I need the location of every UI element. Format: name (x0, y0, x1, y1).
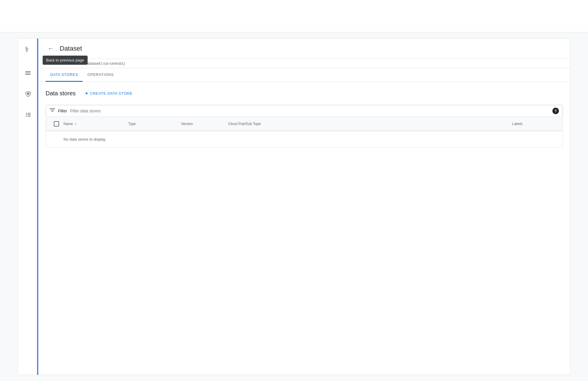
filter-bar: Filter ? (46, 105, 563, 117)
tab-operations[interactable]: OPERATIONS (83, 68, 118, 82)
sidebar: ⚕ (18, 39, 39, 375)
sidebar-active-indicator (37, 39, 38, 375)
section-header: Data stores + CREATE DATA STORE (46, 88, 563, 99)
filter-icon (50, 108, 55, 114)
back-button[interactable]: ← Back to previous page (46, 43, 56, 54)
create-button-label: CREATE DATA STORE (90, 91, 132, 96)
header-bar: ← Back to previous page Dataset (39, 39, 570, 59)
sidebar-item-tasks[interactable] (23, 109, 34, 122)
svg-point-6 (25, 74, 26, 75)
tabs-bar: DATA STORES OPERATIONS (39, 68, 570, 82)
col-header-labels[interactable]: Labels (512, 122, 559, 126)
content-area: ← Back to previous page Dataset Data set… (39, 39, 570, 375)
svg-point-5 (25, 73, 26, 74)
svg-rect-2 (26, 73, 31, 73)
create-plus-icon: + (85, 90, 88, 97)
svg-rect-14 (28, 116, 31, 117)
breadcrumb-separator: / (65, 61, 66, 66)
help-icon[interactable]: ? (552, 108, 559, 114)
col-header-name[interactable]: Name ↑ (64, 122, 128, 126)
svg-rect-17 (51, 111, 53, 112)
filter-input[interactable] (70, 109, 559, 113)
empty-table-message: No data stores to display (46, 131, 563, 147)
app-logo[interactable]: ⚕ (24, 44, 33, 56)
sort-icon: ↑ (75, 122, 77, 126)
section-title: Data stores (46, 90, 76, 97)
svg-rect-10 (28, 113, 31, 114)
col-header-pubsub[interactable]: Cloud Pub/Sub Topic (228, 122, 512, 126)
data-stores-table-container: Filter ? Name ↑ Typ (46, 105, 563, 148)
create-data-store-button[interactable]: + CREATE DATA STORE (81, 88, 136, 99)
col-header-type[interactable]: Type (128, 122, 181, 126)
filter-label: Filter (58, 109, 67, 113)
select-all-checkbox[interactable] (54, 121, 59, 127)
svg-rect-1 (26, 71, 31, 72)
svg-point-4 (25, 71, 26, 72)
breadcrumb-current: healthcare-dataset1 (us-central1) (69, 61, 125, 66)
table-header: Name ↑ Type Version Cloud Pub/Sub Topic (46, 117, 563, 131)
svg-rect-16 (51, 110, 54, 110)
tab-data-stores[interactable]: DATA STORES (46, 68, 83, 82)
page-title: Dataset (60, 45, 82, 52)
breadcrumb-parent[interactable]: Data sets (46, 61, 62, 66)
breadcrumb: Data sets / healthcare-dataset1 (us-cent… (39, 59, 570, 68)
svg-rect-9 (26, 113, 27, 114)
col-header-version[interactable]: Version (181, 122, 228, 126)
data-stores-section: Data stores + CREATE DATA STORE (39, 82, 570, 154)
svg-rect-12 (28, 114, 31, 115)
svg-rect-15 (50, 108, 55, 109)
svg-rect-11 (26, 114, 27, 115)
sidebar-item-list[interactable] (23, 68, 34, 80)
back-arrow-icon: ← (48, 45, 54, 52)
sidebar-item-security[interactable] (23, 89, 34, 101)
select-all-checkbox-col (49, 121, 64, 127)
svg-rect-3 (26, 74, 31, 75)
svg-text:⚕: ⚕ (25, 45, 29, 54)
svg-rect-13 (26, 116, 27, 117)
